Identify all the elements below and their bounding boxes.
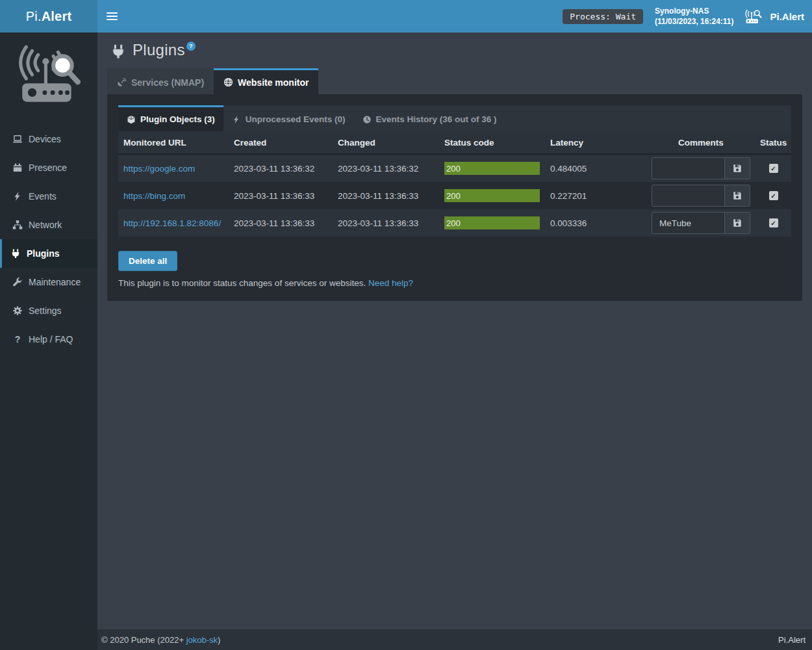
sidebar-item-network[interactable]: Network <box>0 211 97 239</box>
tab-website-monitor[interactable]: Website monitor <box>214 68 318 94</box>
navbar-app-brand[interactable]: Pi.Alert <box>745 8 804 25</box>
sidebar-item-maintenance[interactable]: Maintenance <box>0 268 97 296</box>
footer-app-name: Pi.Alert <box>778 635 807 645</box>
host-info: Synology-NAS (11/03/2023, 16:24:11) <box>655 6 733 27</box>
column-header-comments: Comments <box>646 138 755 148</box>
tab-label: Website monitor <box>238 77 309 88</box>
tab-events-history[interactable]: Events History (36 out of 36 ) <box>354 105 505 131</box>
latency-cell: 0.484005 <box>545 164 646 174</box>
column-header-status: Status <box>755 138 791 148</box>
sidebar-item-devices[interactable]: Devices <box>0 125 97 153</box>
tab-services-nmap[interactable]: Services (NMAP) <box>107 68 214 94</box>
router-search-mini-icon <box>745 8 765 25</box>
sidebar-item-plugins[interactable]: Plugins <box>0 239 97 268</box>
hamburger-icon <box>107 12 118 14</box>
column-header-monitored-url: Monitored URL <box>118 138 229 148</box>
page-header: Plugins ? <box>97 32 812 59</box>
bolt-icon <box>12 191 23 202</box>
monitored-url-link[interactable]: http://192.168.1.82:8086/ <box>123 218 221 228</box>
column-header-created: Created <box>229 138 333 148</box>
tab-unprocessed-events[interactable]: Unprocessed Events (0) <box>223 105 354 131</box>
description-text: This plugin is to monitor status changes… <box>118 278 366 288</box>
comment-input[interactable] <box>652 213 724 233</box>
plugin-description: This plugin is to monitor status changes… <box>118 278 791 288</box>
copyright-text: © 2020 Puche (2022+ <box>101 635 186 645</box>
content-area: Plugins ? Services (NMAP) Website monito… <box>97 32 812 629</box>
save-comment-button[interactable] <box>724 213 750 233</box>
calendar-icon <box>12 162 23 173</box>
sidebar-item-label: Maintenance <box>29 277 81 287</box>
help-badge-icon[interactable]: ? <box>186 42 196 51</box>
tab-plugin-objects[interactable]: Plugin Objects (3) <box>118 105 223 131</box>
status-checkbox[interactable] <box>769 191 778 200</box>
navbar-right: Process: Wait Synology-NAS (11/03/2023, … <box>563 6 812 27</box>
comment-input-group <box>652 157 750 179</box>
process-status-badge: Process: Wait <box>563 9 643 24</box>
save-comment-button[interactable] <box>724 185 750 206</box>
created-cell: 2023-03-11 13:36:32 <box>229 164 333 174</box>
floppy-save-icon <box>733 164 742 173</box>
sitemap-icon <box>12 220 23 230</box>
host-timestamp: (11/03/2023, 16:24:11) <box>655 16 733 27</box>
sidebar-toggle-button[interactable] <box>97 0 127 32</box>
monitored-urls-table: Monitored URL Created Changed Status cod… <box>118 131 791 237</box>
tab-label: Plugin Objects (3) <box>140 114 215 124</box>
comment-input[interactable] <box>652 185 724 206</box>
changed-cell: 2023-03-11 13:36:33 <box>333 191 439 201</box>
app-logo <box>0 32 97 124</box>
created-cell: 2023-03-11 13:36:33 <box>229 191 333 201</box>
gear-icon <box>12 306 23 316</box>
sidebar-item-label: Presence <box>29 162 67 173</box>
status-code-bar: 200 <box>444 189 540 202</box>
sidebar-item-label: Help / FAQ <box>29 334 73 344</box>
jokob-sk-link[interactable]: jokob-sk <box>186 635 218 645</box>
plugin-content-tabs: Plugin Objects (3) Unprocessed Events (0… <box>118 105 791 131</box>
table-row: https://google.com 2023-03-11 13:36:32 2… <box>118 155 791 182</box>
top-navbar: Process: Wait Synology-NAS (11/03/2023, … <box>97 0 812 32</box>
tab-label: Events History (36 out of 36 ) <box>376 114 497 124</box>
column-header-latency: Latency <box>545 138 646 148</box>
pialert-app: Pi.Alert <box>0 0 812 650</box>
host-name: Synology-NAS <box>655 6 733 16</box>
laptop-icon <box>12 134 23 144</box>
latency-cell: 0.003336 <box>545 218 646 228</box>
sidebar-item-help[interactable]: ? Help / FAQ <box>0 325 97 354</box>
brand-logo[interactable]: Pi.Alert <box>0 0 97 32</box>
tab-label: Unprocessed Events (0) <box>246 114 346 124</box>
latency-cell: 0.227201 <box>545 191 646 201</box>
delete-all-button[interactable]: Delete all <box>118 251 177 271</box>
monitored-url-link[interactable]: https://google.com <box>123 164 195 174</box>
comment-input-group <box>652 185 750 207</box>
status-checkbox[interactable] <box>769 218 778 228</box>
sidebar-item-label: Events <box>29 191 57 202</box>
plug-icon <box>10 248 21 259</box>
router-search-logo-icon <box>14 44 83 112</box>
sidebar-item-label: Devices <box>29 134 61 144</box>
sidebar-item-presence[interactable]: Presence <box>0 153 97 182</box>
cube-icon <box>127 115 136 124</box>
page-title: Plugins <box>133 41 185 59</box>
status-code-bar: 200 <box>444 162 540 175</box>
sidebar: Pi.Alert <box>0 0 97 650</box>
wrench-icon <box>12 277 23 287</box>
brand-name: Alert <box>42 9 72 24</box>
sidebar-item-settings[interactable]: Settings <box>0 296 97 325</box>
comment-input[interactable] <box>652 158 724 179</box>
need-help-link[interactable]: Need help? <box>368 278 413 288</box>
footer-copyright: © 2020 Puche (2022+ jokob-sk) <box>101 635 220 645</box>
website-monitor-panel: Plugin Objects (3) Unprocessed Events (0… <box>107 94 802 301</box>
status-code-bar: 200 <box>444 216 540 229</box>
sidebar-item-events[interactable]: Events <box>0 182 97 211</box>
plug-icon <box>110 44 126 59</box>
comment-input-group <box>652 212 750 234</box>
monitored-url-link[interactable]: https://bing.com <box>123 191 185 201</box>
globe-icon <box>223 77 233 87</box>
bolt-icon <box>232 115 241 124</box>
floppy-save-icon <box>733 218 742 228</box>
save-comment-button[interactable] <box>724 158 750 179</box>
footer: © 2020 Puche (2022+ jokob-sk) Pi.Alert <box>97 629 812 650</box>
created-cell: 2023-03-11 13:36:33 <box>229 218 333 228</box>
question-icon: ? <box>12 334 23 344</box>
changed-cell: 2023-03-11 13:36:33 <box>333 218 439 228</box>
status-checkbox[interactable] <box>769 164 778 173</box>
